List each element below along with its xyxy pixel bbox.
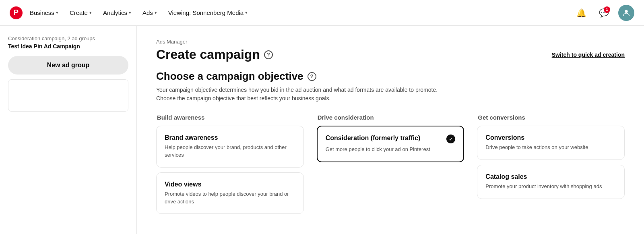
breadcrumb: Ads Manager (156, 39, 625, 45)
card-brand-awareness[interactable]: Brand awareness Help people discover you… (156, 126, 304, 168)
bell-icon: 🔔 (576, 8, 586, 18)
notifications-button[interactable]: 🔔 (573, 5, 589, 21)
objective-help-icon[interactable]: ? (308, 72, 316, 81)
card-consideration-header: Consideration (formerly traffic) ✓ (326, 135, 456, 143)
campaign-meta: Consideration campaign, 2 ad groups (8, 35, 128, 41)
card-brand-awareness-title: Brand awareness (165, 134, 218, 141)
page-title-help-icon[interactable]: ? (264, 50, 273, 59)
chevron-down-icon: ▾ (245, 10, 248, 15)
card-consideration-title: Consideration (formerly traffic) (326, 135, 421, 142)
card-catalog-sales-header: Catalog sales (485, 173, 616, 180)
new-ad-group-button[interactable]: New ad group (8, 56, 128, 75)
column-header-awareness: Build awareness (156, 114, 304, 121)
campaign-name: Test Idea Pin Ad Campaign (8, 43, 128, 50)
page-title: Create campaign (156, 47, 260, 62)
card-video-views-desc: Promote videos to help people discover y… (165, 191, 295, 206)
nav-item-ads[interactable]: Ads ▾ (138, 6, 161, 19)
card-video-views-title: Video views (165, 181, 201, 188)
nav-item-business[interactable]: Business ▾ (26, 6, 62, 19)
nav-item-create[interactable]: Create ▾ (66, 6, 96, 19)
column-header-conversions: Get conversions (477, 114, 625, 121)
chevron-down-icon: ▾ (155, 10, 157, 15)
column-build-awareness: Build awareness Brand awareness Help peo… (156, 114, 304, 219)
objective-grid: Build awareness Brand awareness Help peo… (156, 114, 625, 219)
campaign-info: Consideration campaign, 2 ad groups Test… (8, 35, 128, 50)
column-header-consideration: Drive consideration (317, 114, 464, 121)
messages-button[interactable]: 💬 1 (596, 5, 612, 21)
card-brand-awareness-header: Brand awareness (165, 134, 295, 141)
nav-item-viewing[interactable]: Viewing: Sonnenberg Media ▾ (164, 6, 252, 19)
nav-ads-label: Ads (142, 9, 153, 16)
sidebar-placeholder (8, 79, 128, 112)
column-get-conversions: Get conversions Conversions Drive people… (477, 114, 625, 219)
card-conversions[interactable]: Conversions Drive people to take actions… (477, 126, 625, 160)
svg-point-0 (625, 10, 627, 12)
objective-description: Your campaign objective determines how y… (156, 86, 625, 103)
navbar-right: 🔔 💬 1 (573, 5, 634, 21)
card-catalog-sales[interactable]: Catalog sales Promote your product inven… (477, 165, 625, 199)
card-video-views-header: Video views (165, 181, 295, 188)
nav-item-analytics[interactable]: Analytics ▾ (99, 6, 135, 19)
page-layout: Consideration campaign, 2 ad groups Test… (0, 26, 644, 234)
nav-create-label: Create (70, 9, 88, 16)
column-drive-consideration: Drive consideration Consideration (forme… (317, 114, 464, 219)
card-video-views[interactable]: Video views Promote videos to help peopl… (156, 172, 304, 214)
user-avatar[interactable] (618, 5, 634, 21)
card-catalog-sales-desc: Promote your product inventory with shop… (485, 183, 616, 191)
sidebar: Consideration campaign, 2 ad groups Test… (0, 26, 137, 234)
chevron-down-icon: ▾ (129, 10, 131, 15)
selected-check-icon: ✓ (446, 135, 455, 143)
chevron-down-icon: ▾ (56, 10, 58, 15)
page-title-row: Create campaign ? (156, 47, 273, 62)
page-header: Ads Manager Create campaign ? Switch to … (156, 39, 625, 62)
nav-business-label: Business (30, 9, 54, 16)
navbar: P Business ▾ Create ▾ Analytics ▾ Ads ▾ … (0, 0, 644, 26)
card-conversions-desc: Drive people to take actions on your web… (485, 144, 616, 151)
objective-title: Choose a campaign objective (156, 70, 303, 83)
card-consideration-desc: Get more people to click your ad on Pint… (326, 146, 456, 153)
message-badge: 1 (604, 6, 610, 13)
card-conversions-title: Conversions (485, 134, 524, 141)
card-conversions-header: Conversions (485, 134, 616, 141)
switch-to-quick-link[interactable]: Switch to quick ad creation (552, 52, 625, 58)
objective-section: Choose a campaign objective ? Your campa… (156, 70, 625, 219)
main-content: Ads Manager Create campaign ? Switch to … (137, 26, 644, 234)
card-consideration[interactable]: Consideration (formerly traffic) ✓ Get m… (317, 126, 464, 162)
pinterest-logo[interactable]: P (10, 6, 23, 19)
navbar-left: P Business ▾ Create ▾ Analytics ▾ Ads ▾ … (10, 6, 252, 19)
nav-analytics-label: Analytics (103, 9, 127, 16)
card-catalog-sales-title: Catalog sales (485, 173, 527, 180)
card-brand-awareness-desc: Help people discover your brand, product… (165, 144, 295, 159)
chevron-down-icon: ▾ (89, 10, 92, 15)
nav-viewing-label: Viewing: Sonnenberg Media (168, 9, 244, 16)
objective-title-row: Choose a campaign objective ? (156, 70, 625, 83)
